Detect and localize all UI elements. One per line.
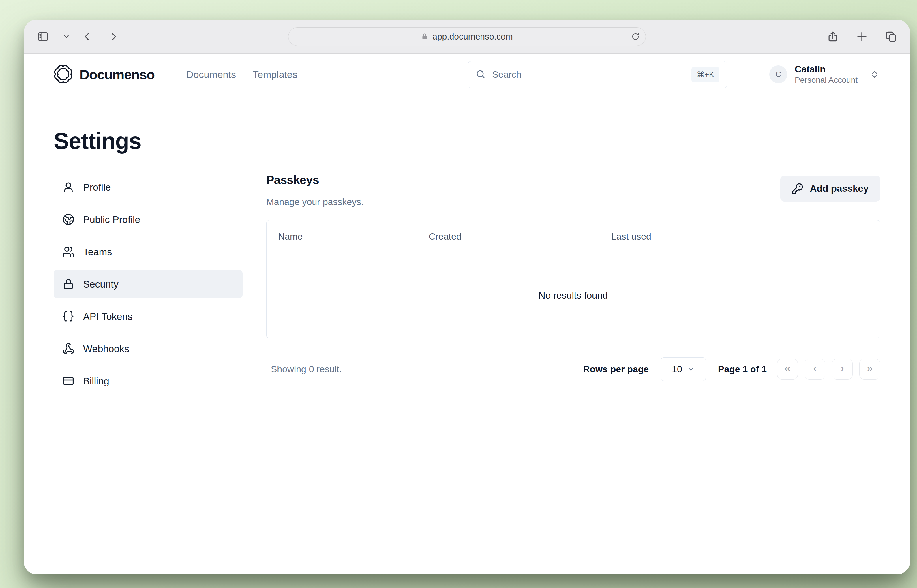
page-indicator: Page 1 of 1 bbox=[718, 364, 767, 375]
sidebar-toggle-button[interactable] bbox=[36, 30, 50, 43]
braces-icon bbox=[62, 310, 74, 322]
table-body: No results found bbox=[267, 253, 880, 338]
page-content: Documenso Documents Templates Search ⌘+K… bbox=[24, 53, 910, 575]
chevron-right-icon bbox=[108, 31, 119, 42]
settings-sidebar: Profile Public Profile bbox=[53, 173, 243, 395]
key-icon bbox=[792, 183, 803, 194]
column-header-name: Name bbox=[267, 231, 429, 242]
search-shortcut-badge: ⌘+K bbox=[691, 67, 720, 82]
sidebar-item-label: Public Profile bbox=[83, 214, 140, 225]
sidebar-item-label: Profile bbox=[83, 182, 111, 193]
section-title: Passkeys bbox=[266, 173, 364, 187]
rows-per-page-value: 10 bbox=[672, 364, 682, 375]
credit-card-icon bbox=[62, 375, 74, 387]
sidebar-item-webhooks[interactable]: Webhooks bbox=[53, 335, 243, 362]
account-info: Catalin Personal Account bbox=[795, 63, 857, 86]
chevrons-up-down-icon bbox=[869, 69, 880, 80]
main-nav: Documents Templates bbox=[186, 69, 298, 80]
table-footer: Showing 0 result. Rows per page 10 Page … bbox=[266, 357, 880, 381]
page-title: Settings bbox=[53, 128, 880, 154]
passkeys-header-text: Passkeys Manage your passkeys. bbox=[266, 173, 364, 207]
documenso-logo-icon bbox=[53, 65, 73, 85]
table-header-row: Name Created Last used bbox=[267, 220, 880, 253]
chevron-left-icon bbox=[82, 31, 92, 42]
sidebar-item-api-tokens[interactable]: API Tokens bbox=[53, 302, 243, 330]
column-header-created: Created bbox=[429, 231, 611, 242]
webhook-icon bbox=[62, 342, 74, 355]
previous-page-button[interactable]: ‹ bbox=[804, 359, 825, 380]
tab-overview-button[interactable] bbox=[885, 30, 898, 43]
add-passkey-label: Add passkey bbox=[810, 183, 868, 194]
sidebar-toggle-icon bbox=[36, 30, 50, 43]
address-bar[interactable]: app.documenso.com bbox=[288, 27, 646, 46]
search-placeholder: Search bbox=[492, 69, 521, 80]
sidebar-item-label: Webhooks bbox=[83, 343, 129, 354]
sidebar-item-billing[interactable]: Billing bbox=[53, 367, 243, 395]
new-tab-button[interactable] bbox=[856, 31, 868, 43]
nav-templates[interactable]: Templates bbox=[253, 69, 298, 80]
globe-icon bbox=[62, 213, 74, 226]
pagination: « ‹ › » bbox=[777, 359, 880, 380]
browser-window: app.documenso.com bbox=[24, 19, 910, 575]
rows-per-page-label: Rows per page bbox=[583, 364, 649, 375]
avatar: C bbox=[769, 65, 787, 83]
last-page-button[interactable]: » bbox=[859, 359, 880, 380]
url-text: app.documenso.com bbox=[432, 32, 513, 42]
tls-lock-icon bbox=[421, 33, 429, 40]
reload-icon[interactable] bbox=[631, 32, 640, 41]
nav-documents[interactable]: Documents bbox=[186, 69, 236, 80]
passkeys-table: Name Created Last used No results found bbox=[266, 220, 880, 338]
brand-name: Documenso bbox=[79, 66, 155, 82]
sidebar-item-security[interactable]: Security bbox=[53, 270, 243, 298]
first-page-button[interactable]: « bbox=[777, 359, 798, 380]
sidebar-item-label: Teams bbox=[83, 246, 112, 257]
passkeys-section: Passkeys Manage your passkeys. Add passk… bbox=[266, 173, 880, 381]
sidebar-item-profile[interactable]: Profile bbox=[53, 173, 243, 201]
avatar-initial: C bbox=[775, 70, 781, 79]
account-switcher[interactable]: C Catalin Personal Account bbox=[769, 63, 880, 86]
share-button[interactable] bbox=[826, 30, 839, 43]
chevron-down-icon bbox=[63, 33, 70, 40]
account-name: Catalin bbox=[795, 63, 857, 75]
users-icon bbox=[62, 246, 74, 258]
back-button[interactable] bbox=[82, 31, 92, 42]
empty-state-message: No results found bbox=[539, 290, 608, 301]
forward-button[interactable] bbox=[108, 31, 119, 42]
sidebar-item-label: Security bbox=[83, 279, 118, 290]
column-header-last-used: Last used bbox=[611, 231, 880, 242]
sidebar-menu-chevron-button[interactable] bbox=[63, 33, 70, 40]
lock-icon bbox=[62, 278, 74, 290]
brand[interactable]: Documenso bbox=[53, 65, 155, 85]
search-icon bbox=[475, 69, 486, 81]
app-header: Documenso Documents Templates Search ⌘+K… bbox=[53, 53, 880, 95]
chevron-down-icon bbox=[687, 365, 695, 373]
search-input[interactable]: Search ⌘+K bbox=[467, 61, 727, 88]
plus-icon bbox=[856, 31, 868, 43]
next-page-button[interactable]: › bbox=[832, 359, 853, 380]
browser-toolbar: app.documenso.com bbox=[24, 19, 910, 53]
sidebar-item-public-profile[interactable]: Public Profile bbox=[53, 206, 243, 233]
sidebar-item-teams[interactable]: Teams bbox=[53, 238, 243, 266]
tabs-icon bbox=[885, 30, 898, 43]
results-summary: Showing 0 result. bbox=[266, 364, 341, 375]
rows-per-page-select[interactable]: 10 bbox=[661, 357, 706, 381]
toolbar-divider bbox=[57, 30, 57, 43]
section-subtitle: Manage your passkeys. bbox=[266, 197, 364, 207]
account-type: Personal Account bbox=[795, 75, 857, 86]
sidebar-item-label: Billing bbox=[83, 375, 109, 387]
add-passkey-button[interactable]: Add passkey bbox=[780, 176, 880, 202]
sidebar-item-label: API Tokens bbox=[83, 311, 133, 322]
share-icon bbox=[826, 30, 839, 43]
user-icon bbox=[62, 181, 74, 193]
